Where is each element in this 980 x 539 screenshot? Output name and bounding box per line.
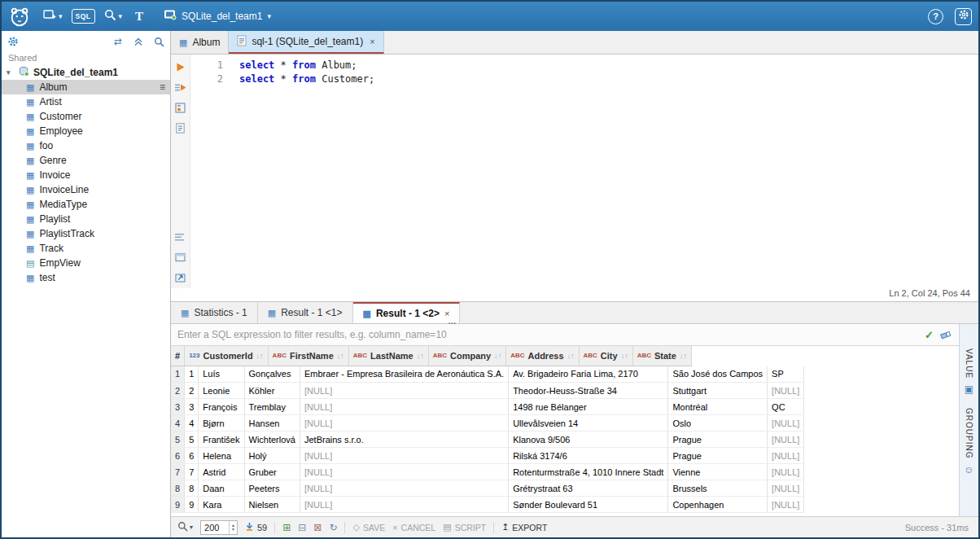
tree-item-Artist[interactable]: ▦Artist — [2, 94, 170, 109]
tree-item-test[interactable]: ▦test — [2, 270, 170, 285]
cell[interactable]: Bjørn — [199, 415, 244, 432]
cell[interactable]: [NULL] — [768, 448, 804, 464]
tree-item-PlaylistTrack[interactable]: ▦PlaylistTrack — [2, 226, 170, 241]
cell[interactable]: Grétrystraat 63 — [509, 480, 668, 497]
tree-item-Customer[interactable]: ▦Customer — [2, 109, 170, 124]
row-number[interactable]: 4 — [171, 415, 185, 432]
sort-icon[interactable]: ↓↑ — [494, 352, 501, 360]
execute-statement-button[interactable] — [174, 61, 187, 72]
expander-icon[interactable]: ▾ — [7, 68, 15, 77]
row-number[interactable]: 6 — [171, 448, 185, 464]
cancel-button[interactable]: × CANCEL — [392, 523, 435, 532]
cell[interactable]: [NULL] — [300, 497, 508, 513]
cell[interactable]: 7 — [185, 464, 199, 480]
cell[interactable]: Hansen — [244, 415, 300, 432]
cell[interactable]: Theodor-Heuss-Straße 34 — [509, 383, 668, 399]
cell[interactable]: JetBrains s.r.o. — [300, 432, 508, 448]
tree-item-Playlist[interactable]: ▦Playlist — [2, 212, 170, 226]
sort-icon[interactable]: ↓↑ — [621, 352, 628, 360]
spin-down-icon[interactable]: ▼ — [231, 528, 235, 532]
column-header-LastName[interactable]: ABCLastName↓↑ — [348, 346, 428, 366]
column-header-Address[interactable]: ABCAddress↓↑ — [506, 346, 579, 366]
cell[interactable]: 3 — [185, 399, 199, 415]
row-number[interactable]: 3 — [171, 399, 185, 415]
cell[interactable]: [NULL] — [300, 399, 508, 415]
format-sql-button[interactable] — [174, 231, 187, 243]
cell[interactable]: 2 — [185, 383, 199, 399]
fetch-options-button[interactable]: ▾ — [177, 520, 193, 535]
cell[interactable]: São José dos Campos — [668, 366, 768, 383]
cell[interactable]: 1 — [185, 366, 199, 383]
tab-result-1-2[interactable]: ▦ Result - 1 <2> × … — [353, 302, 461, 323]
cell[interactable]: Köhler — [244, 383, 300, 399]
cell[interactable]: Klanova 9/506 — [509, 432, 668, 448]
sql-search-button[interactable]: ▾ — [100, 7, 127, 27]
cell[interactable]: [NULL] — [300, 480, 508, 497]
cell[interactable]: Oslo — [668, 415, 768, 432]
column-header-FirstName[interactable]: ABCFirstName↓↑ — [268, 346, 348, 366]
cell[interactable]: František — [199, 432, 244, 448]
cell[interactable]: Prague — [668, 448, 768, 464]
cell[interactable]: Brussels — [668, 480, 768, 497]
column-header-Company[interactable]: ABCCompany↓↑ — [428, 346, 505, 366]
column-header-CustomerId[interactable]: 123CustomerId↓↑ — [185, 346, 268, 366]
load-script-button[interactable] — [174, 122, 187, 134]
cell[interactable]: 8 — [185, 480, 199, 497]
fetch-size-input[interactable] — [201, 521, 229, 534]
tree-item-Employee[interactable]: ▦Employee — [2, 124, 170, 138]
row-number[interactable]: 1 — [171, 366, 185, 383]
row-number[interactable]: 7 — [171, 464, 185, 480]
row-number[interactable]: 9 — [171, 497, 185, 513]
script-button[interactable]: ▤ SCRIPT — [443, 522, 486, 532]
text-transform-button[interactable]: T — [131, 7, 147, 26]
maximize-results-button[interactable] — [174, 272, 187, 283]
cell[interactable]: 1498 rue Bélanger — [509, 399, 668, 415]
clear-filter-icon[interactable] — [940, 330, 952, 340]
collapse-all-button[interactable] — [132, 35, 145, 48]
tree-item-Invoice[interactable]: ▦Invoice — [2, 168, 170, 182]
cell[interactable]: 4 — [185, 415, 199, 432]
tree-item-Genre[interactable]: ▦Genre — [2, 153, 170, 168]
dbeaver-logo-icon[interactable] — [8, 5, 31, 28]
cell[interactable]: [NULL] — [768, 432, 804, 448]
tree-item-Track[interactable]: ▦Track — [2, 241, 170, 256]
cell[interactable]: Vienne — [668, 464, 768, 480]
add-row-button[interactable]: ⊞ — [282, 523, 291, 532]
tree-item-InvoiceLine[interactable]: ▦InvoiceLine — [2, 182, 170, 197]
cell[interactable]: Tremblay — [244, 399, 300, 415]
new-connection-button[interactable]: ▾ — [39, 7, 67, 26]
cell[interactable]: Rotenturmstraße 4, 1010 Innere Stadt — [509, 464, 668, 480]
cell[interactable]: Gruber — [244, 464, 300, 480]
tree-item-EmpView[interactable]: ▤EmpView — [2, 256, 170, 270]
tab-result-1-1[interactable]: ▦ Result - 1 <1> — [258, 302, 353, 323]
cell[interactable]: Wichterlová — [244, 432, 300, 448]
tab-overflow-icon[interactable]: … — [372, 46, 381, 55]
cell[interactable]: [NULL] — [300, 415, 508, 432]
filter-input[interactable] — [177, 329, 918, 340]
navigator-search-button[interactable] — [152, 35, 165, 48]
sort-icon[interactable]: ↓↑ — [256, 352, 264, 360]
cell[interactable]: Prague — [668, 432, 768, 448]
cell[interactable]: Stuttgart — [668, 383, 768, 399]
cell[interactable]: Sønder Boulevard 51 — [509, 497, 668, 513]
cell[interactable]: [NULL] — [768, 497, 804, 513]
cell[interactable]: Helena — [199, 448, 244, 464]
apply-filter-icon[interactable]: ✓ — [925, 329, 934, 341]
tab-overflow-icon[interactable]: … — [448, 317, 457, 326]
cell[interactable]: François — [199, 399, 244, 415]
tree-item-Album[interactable]: ▦Album≡ — [2, 80, 170, 94]
cell[interactable]: [NULL] — [300, 464, 508, 480]
tree-connection[interactable]: ▾ SQLite_del_team1 — [2, 65, 170, 80]
column-header-State[interactable]: ABCState↓↑ — [632, 346, 691, 366]
refresh-button[interactable]: ↻ — [329, 522, 337, 533]
link-with-editor-button[interactable]: ⇄ — [112, 35, 125, 48]
cell[interactable]: Ullevålsveien 14 — [509, 415, 668, 432]
row-number[interactable]: 5 — [171, 432, 185, 448]
cell[interactable]: Peeters — [244, 480, 300, 497]
sort-icon[interactable]: ↓↑ — [567, 352, 575, 360]
spinner-arrows[interactable]: ▲▼ — [229, 521, 237, 534]
column-header-City[interactable]: ABCCity↓↑ — [579, 346, 632, 366]
tree-item-foo[interactable]: ▦foo — [2, 138, 170, 153]
help-button[interactable]: ? — [928, 9, 943, 24]
cell[interactable]: Rilská 3174/6 — [509, 448, 668, 464]
